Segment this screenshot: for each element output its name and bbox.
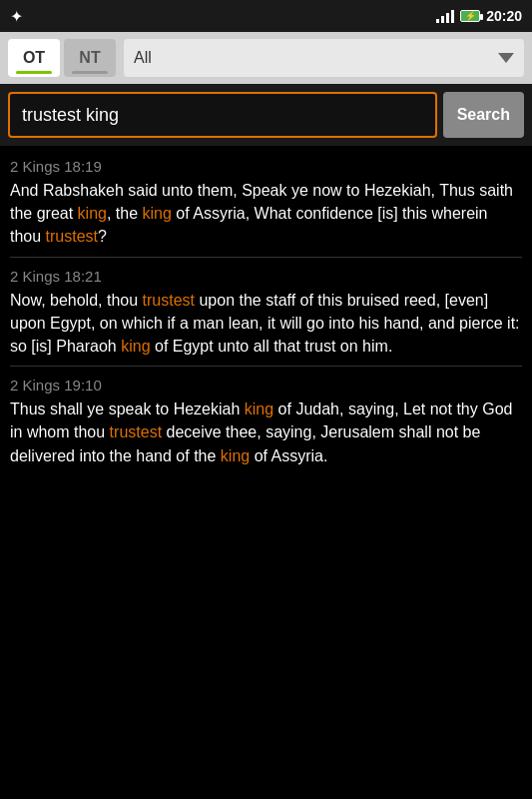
clock: 20:20: [486, 8, 522, 24]
ot-underline: [16, 71, 52, 74]
tab-nt[interactable]: NT: [64, 39, 116, 77]
highlight-trustest-1: trustest: [46, 228, 98, 245]
all-dropdown[interactable]: All: [124, 39, 524, 77]
divider-2: [10, 366, 522, 367]
highlight-king-3: king: [121, 338, 150, 355]
verse-ref-1: 2 Kings 18:19: [10, 158, 522, 175]
search-input[interactable]: [8, 92, 437, 138]
status-right-area: ⚡ 20:20: [436, 8, 522, 24]
status-left-icons: ✦: [10, 7, 23, 26]
dropdown-arrow-icon: [498, 53, 514, 63]
nt-underline: [72, 71, 108, 74]
battery-icon: ⚡: [460, 10, 480, 22]
search-bar: Search: [0, 84, 532, 146]
tab-ot[interactable]: OT: [8, 39, 60, 77]
divider-1: [10, 257, 522, 258]
highlight-trustest-3: trustest: [110, 423, 162, 440]
highlight-trustest-2: trustest: [143, 292, 195, 309]
highlight-king-4: king: [245, 400, 273, 417]
usb-icon: ✦: [10, 7, 23, 26]
highlight-king-5: king: [221, 447, 250, 464]
tab-bar: OT NT All: [0, 32, 532, 84]
signal-icon: [436, 9, 454, 23]
verse-text-1: And Rabshakeh said unto them, Speak ye n…: [10, 179, 522, 249]
verse-ref-3: 2 Kings 19:10: [10, 377, 522, 394]
verse-text-3: Thus shall ye speak to Hezekiah king of …: [10, 398, 522, 467]
highlight-king-2: king: [143, 205, 172, 222]
verse-text-2: Now, behold, thou trustest upon the staf…: [10, 289, 522, 359]
verse-ref-2: 2 Kings 18:21: [10, 268, 522, 285]
search-button[interactable]: Search: [443, 92, 524, 138]
status-bar: ✦ ⚡ 20:20: [0, 0, 532, 32]
highlight-king-1: king: [78, 205, 107, 222]
results-list: 2 Kings 18:19 And Rabshakeh said unto th…: [0, 146, 532, 799]
